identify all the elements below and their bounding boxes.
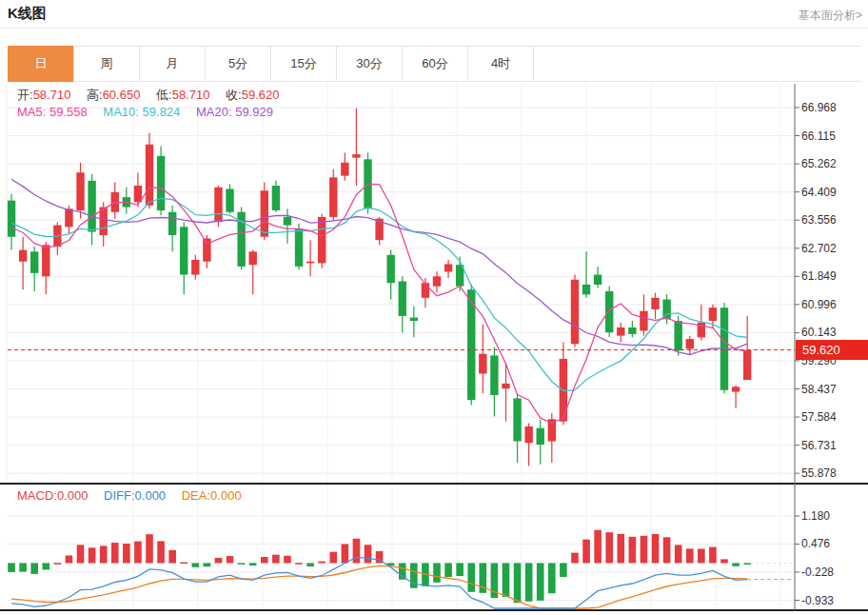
candle-body	[571, 280, 579, 345]
axis-tick-label: 56.731	[801, 439, 837, 452]
macd-bar	[168, 550, 176, 564]
current-price-badge-label: 59.620	[802, 343, 840, 357]
macd-bar	[295, 563, 303, 565]
axis-tick-label: 66.115	[801, 129, 836, 143]
ma20-label: MA20:	[196, 105, 232, 119]
macd-bar	[192, 563, 200, 566]
candle-body	[203, 238, 210, 261]
candle-body	[537, 428, 544, 445]
macd-bar	[365, 545, 372, 563]
tab-30min[interactable]: 30分	[336, 46, 403, 82]
ma5-value: 59.558	[49, 105, 88, 119]
dea-label: DEA:	[182, 488, 210, 503]
candle-body	[422, 283, 429, 298]
tab-day[interactable]: 日	[8, 46, 74, 82]
candle-body	[732, 387, 740, 391]
axis-tick-label: 64.409	[801, 186, 837, 199]
macd-bar	[582, 540, 590, 564]
macd-bar	[641, 536, 648, 564]
axis-tick-label: -0.228	[801, 565, 834, 579]
candle-body	[157, 156, 165, 210]
macd-bar	[605, 532, 613, 563]
macd-bar	[329, 552, 337, 564]
candle-body	[19, 250, 27, 262]
candle-body	[502, 384, 509, 388]
low-label: 低:	[156, 88, 172, 102]
macd-bar	[743, 563, 751, 565]
tab-60min[interactable]: 60分	[402, 46, 468, 82]
dea-value: 0.000	[210, 488, 242, 503]
ma20-value: 59.929	[235, 105, 273, 119]
macd-bar	[66, 555, 73, 563]
candle-body	[674, 321, 681, 350]
axis-tick-label: 55.878	[801, 466, 837, 480]
diff-label: DIFF:	[104, 488, 135, 503]
tab-15min[interactable]: 15分	[270, 46, 337, 82]
candle-body	[180, 227, 187, 274]
fundamental-analysis-link[interactable]: 基本面分析>	[799, 8, 862, 24]
macd-bar	[134, 542, 142, 564]
candle-body	[433, 276, 441, 286]
open-value: 58.710	[33, 88, 71, 102]
candle-body	[594, 275, 602, 285]
candle-body	[686, 339, 694, 348]
candle-body	[76, 172, 84, 210]
macd-bar	[146, 534, 153, 563]
tab-month[interactable]: 月	[139, 46, 206, 82]
axis-tick-label: 57.584	[801, 410, 837, 424]
kline-chart-canvas[interactable]: 66.96866.11565.26264.40963.55662.70261.8…	[0, 84, 868, 615]
macd-bar	[353, 539, 361, 564]
ma-readout: MA5: 59.558 MA10: 59.824 MA20: 59.929	[17, 105, 286, 119]
chart-area: 66.96866.11565.26264.40963.55662.70261.8…	[0, 84, 868, 615]
candle-body	[410, 318, 418, 321]
macd-bar	[560, 563, 567, 577]
tab-5min[interactable]: 5分	[205, 46, 271, 82]
candle-body	[295, 228, 303, 267]
candle-body	[352, 154, 360, 157]
candle-body	[65, 208, 72, 227]
tab-4hour[interactable]: 4时	[467, 46, 534, 82]
macd-bar	[525, 563, 533, 601]
candle-body	[249, 251, 257, 265]
ohlc-readout: 开:58.710 高:60.650 低:58.710 收:59.620	[17, 87, 291, 104]
macd-bar	[537, 563, 544, 600]
ma10-label: MA10:	[103, 105, 139, 119]
macd-bar	[227, 556, 234, 563]
tab-bar-filler	[533, 46, 860, 82]
macd-bar	[30, 563, 38, 573]
candle-body	[261, 190, 268, 236]
macd-bar	[342, 544, 349, 563]
macd-bar	[652, 534, 660, 564]
macd-bar	[77, 545, 85, 563]
page-header: K线图 基本面分析>	[0, 0, 868, 29]
macd-bar	[571, 553, 579, 564]
candle-body	[605, 291, 613, 332]
macd-bar	[709, 547, 717, 564]
candle-body	[743, 350, 751, 381]
macd-bar	[306, 563, 314, 566]
candle-body	[651, 298, 659, 309]
candle-body	[524, 427, 532, 443]
macd-bar	[444, 563, 452, 577]
diff-value: 0.000	[135, 488, 167, 503]
candle-body	[341, 163, 348, 176]
candle-body	[617, 327, 624, 336]
axis-tick-label: 58.437	[801, 383, 837, 396]
candle-body	[513, 398, 521, 441]
macd-bar	[663, 537, 671, 563]
tab-week[interactable]: 周	[73, 46, 140, 82]
high-value: 60.650	[103, 88, 141, 102]
macd-bar	[111, 543, 119, 563]
axis-tick-label: 66.968	[801, 101, 837, 114]
macd-bar	[249, 563, 257, 565]
macd-bar	[261, 557, 268, 563]
macd-bar	[617, 534, 624, 564]
macd-bar	[503, 563, 510, 597]
macd-bar	[100, 546, 108, 563]
macd-bar	[686, 548, 694, 563]
axis-tick-label: 60.143	[801, 326, 837, 339]
period-tab-bar: 日周月5分15分30分60分4时	[8, 46, 860, 82]
axis-tick-label: 0.476	[801, 537, 830, 550]
close-label: 收:	[226, 88, 242, 102]
macd-bar	[272, 555, 280, 564]
